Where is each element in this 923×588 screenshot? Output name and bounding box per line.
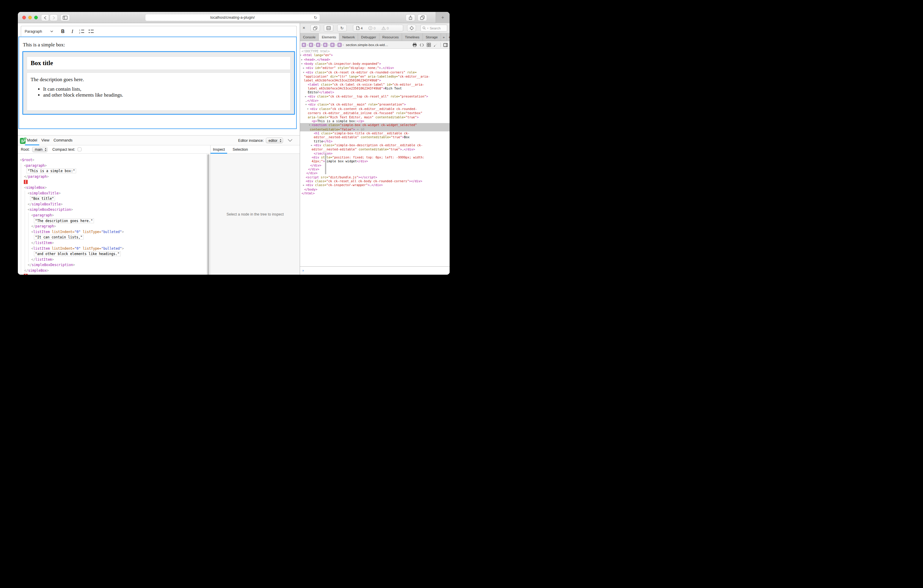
tab-overview-button[interactable] — [417, 14, 427, 21]
model-tree-line[interactable]: <simpleBoxDescription> — [18, 207, 206, 213]
error-count-badge[interactable]: 0 — [365, 25, 378, 31]
collapsed-triangle-icon[interactable]: ▶ — [303, 66, 305, 70]
scrollbar-thumb[interactable] — [207, 154, 209, 275]
breadcrumb-element-badge[interactable]: E — [316, 43, 320, 47]
collapsed-triangle-icon[interactable]: ▶ — [301, 58, 304, 62]
dom-tree-line[interactable]: </div> — [300, 171, 450, 175]
dom-tree-line[interactable]: ▼<body class="ck-inspector-body-expanded… — [300, 62, 450, 66]
model-tree-line[interactable]: "and other block elements like headings.… — [18, 251, 206, 257]
reload-page-button[interactable]: ↻ — [337, 25, 347, 31]
model-tree-line[interactable]: "This is a simple box:" — [18, 168, 206, 174]
bulleted-list-button[interactable] — [88, 28, 95, 35]
list-item[interactable]: and other block elements like headings. — [43, 92, 287, 98]
dom-tree-line[interactable]: <h1 class="simple-box-title ck-editor__e… — [300, 131, 450, 135]
simple-box-title[interactable]: Box title — [27, 56, 291, 70]
breadcrumb-element-badge[interactable]: E — [309, 43, 313, 47]
new-tab-button[interactable]: + — [436, 12, 450, 23]
dom-tree-line[interactable]: <p>This is a simple box:</p> — [300, 119, 450, 123]
dom-tree-line[interactable]: corners ck-editor__editable_inline ck-fo… — [300, 111, 450, 115]
dom-tree-line[interactable]: ▶<div class="simple-box-description ck-e… — [300, 143, 450, 148]
styles-brush-icon[interactable] — [434, 43, 438, 47]
expanded-triangle-icon[interactable]: ▼ — [301, 62, 304, 66]
dock-bottom-button[interactable] — [324, 25, 333, 31]
breadcrumb-element-badge[interactable]: E — [330, 43, 335, 47]
element-picker-button[interactable] — [407, 25, 416, 31]
bold-button[interactable]: B — [59, 28, 66, 35]
dom-tree-line[interactable]: editor__nested-editable" contenteditable… — [300, 135, 450, 139]
model-tree-line[interactable]: <simpleBoxTitle> — [18, 191, 206, 196]
quick-console[interactable]: › — [300, 266, 450, 275]
devtools-tab-resources[interactable]: Resources — [379, 33, 402, 41]
inspector-detail-tab-selection[interactable]: Selection — [230, 145, 250, 154]
model-tree-line[interactable]: </paragraph> — [18, 223, 206, 229]
dom-tree-line[interactable]: <script src="dist/bundle.js"></script> — [300, 176, 450, 179]
model-tree-scrollbar[interactable] — [206, 154, 210, 275]
model-tree-line[interactable]: </listItem> — [18, 240, 206, 246]
close-window-button[interactable] — [22, 16, 26, 19]
dom-tree-line[interactable]: ▶<head>…</head> — [300, 57, 450, 62]
dom-tree-line[interactable]: 42px;">simple box widget</div> — [300, 159, 450, 163]
dom-tree-line[interactable]: ▶<div class="ck-inspector-wrapper">…</di… — [300, 183, 450, 187]
italic-button[interactable]: I — [69, 28, 76, 35]
dom-tree-line[interactable]: title</h1> — [300, 140, 450, 143]
back-button[interactable] — [41, 14, 49, 21]
warning-count-badge[interactable]: 0 — [379, 25, 392, 31]
dom-tree-line[interactable]: …</div> — [300, 99, 450, 103]
model-tree-line[interactable]: "The description goes here." — [18, 218, 206, 224]
dom-tree-line[interactable]: <div class="ck ck-reset_all ck-body ck-r… — [300, 179, 450, 183]
dom-tree-line[interactable]: label_e63cbbfece34c53ce23501062343f49b8"… — [300, 87, 450, 90]
dom-tree-line[interactable]: </section> — [300, 152, 450, 156]
model-tree-line[interactable]: [ — [18, 179, 206, 185]
dom-tree-line[interactable]: ▶<div id="editor" style="display: none;"… — [300, 66, 450, 70]
numbered-list-button[interactable]: 12 — [78, 28, 85, 35]
dom-tree-line[interactable]: aria-label="Rich Text Editor, main" cont… — [300, 115, 450, 119]
breadcrumb-element-badge[interactable]: E — [323, 43, 327, 47]
dock-side-button[interactable] — [310, 25, 320, 31]
expanded-triangle-icon[interactable]: ▼ — [307, 107, 310, 111]
devtools-tab-[interactable]: » — [441, 33, 447, 41]
devtools-tab-[interactable]: + — [447, 33, 450, 41]
breadcrumb-element-badge[interactable]: E — [302, 43, 306, 47]
devtools-tab-network[interactable]: Network — [339, 33, 358, 41]
devtools-tab-elements[interactable]: Elements — [319, 33, 339, 41]
simple-box-description[interactable]: The description goes here. It can contai… — [27, 72, 291, 110]
reload-icon[interactable]: ↻ — [314, 15, 317, 20]
dom-tree-line[interactable]: </div> — [300, 164, 450, 168]
devtools-tab-timelines[interactable]: Timelines — [402, 33, 423, 41]
dom-tree-line[interactable]: <div style="position: fixed; top: 0px; l… — [300, 156, 450, 159]
source-code-icon[interactable] — [420, 43, 424, 47]
list-item[interactable]: It can contain lists, — [43, 87, 287, 92]
layout-grid-icon[interactable] — [427, 43, 431, 47]
model-tree-line[interactable]: <simpleBox> — [18, 185, 206, 191]
dom-tree-line[interactable]: </html> — [300, 191, 450, 195]
model-tree-line[interactable]: ] — [18, 273, 206, 275]
rich-text-editable[interactable]: This is a simple box: Box title The desc… — [18, 36, 297, 129]
devtools-search-field[interactable]: ∨ Search — [420, 25, 447, 31]
dom-tree-line[interactable]: ▼<html lang="en"> — [300, 53, 450, 57]
model-tree-line[interactable]: </paragraph> — [18, 174, 206, 179]
inspector-tab-view[interactable]: View — [39, 136, 51, 145]
dom-tree-line[interactable]: "application" dir="ltr" lang="en" aria-l… — [300, 75, 450, 79]
breadcrumb-current-node[interactable]: section.simple-box.ck-wid… — [346, 43, 388, 47]
model-tree-line[interactable]: <$root> — [18, 157, 206, 163]
address-bar[interactable]: localhost/creating-a-plugin/ ↻ — [145, 14, 320, 21]
breadcrumb-element-badge[interactable]: E — [338, 43, 342, 47]
model-tree-line[interactable]: </listItem> — [18, 257, 206, 263]
devtools-tab-debugger[interactable]: Debugger — [358, 33, 379, 41]
collapsed-triangle-icon[interactable]: ▶ — [311, 144, 314, 148]
expanded-triangle-icon[interactable]: ▼ — [305, 103, 308, 107]
model-tree-line[interactable]: <paragraph> — [18, 163, 206, 169]
dom-tree-line[interactable]: label_e63cbbfece34c53ce23501062343f49b8"… — [300, 79, 450, 82]
zoom-window-button[interactable] — [34, 16, 38, 19]
editor-instance-select[interactable]: editor — [266, 138, 283, 143]
dom-tree-line[interactable]: contenteditable="false"> = $0 — [300, 128, 450, 131]
model-tree-line[interactable]: "Box title" — [18, 196, 206, 202]
dom-tree-line[interactable]: ▼<div class="ck ck-editor__main" role="p… — [300, 103, 450, 107]
share-button[interactable] — [406, 14, 415, 21]
dom-tree-line[interactable]: <!DOCTYPE html> — [300, 49, 450, 53]
model-tree-line[interactable]: <listItem listIndent="0" listType="bulle… — [18, 246, 206, 251]
chevron-down-icon[interactable] — [50, 30, 53, 33]
dom-tree-line[interactable]: ▼<section class="simple-box ck-widget ck… — [300, 123, 450, 127]
model-tree-line[interactable]: <listItem listIndent="0" listType="bulle… — [18, 229, 206, 235]
inspector-detail-tab-inspect[interactable]: Inspect — [210, 145, 227, 154]
